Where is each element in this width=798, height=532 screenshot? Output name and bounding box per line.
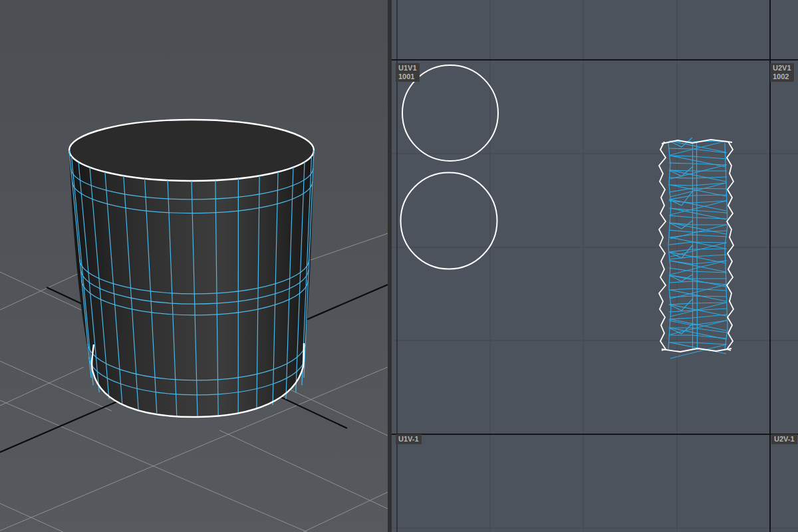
uv-shell-caps[interactable]	[401, 65, 499, 269]
tile-udim-label: 1001	[398, 72, 417, 81]
udim-tile-label-1002: U2V1 1002	[770, 63, 794, 82]
udim-tile-label-u2v-1: U2V-1	[771, 434, 797, 444]
uv-editor-canvas	[392, 0, 798, 532]
tile-udim-label: 1002	[773, 72, 791, 81]
uv-grid	[392, 0, 798, 532]
tile-coord-label: U2V1	[773, 64, 791, 72]
udim-tile-label-u1v-1: U1V-1	[396, 434, 422, 444]
tile-coord-label: U1V1	[398, 64, 417, 72]
perspective-viewport[interactable]	[0, 0, 388, 532]
application-window: U1V1 1001 U2V1 1002 U1V-1 U2V-1	[0, 0, 798, 532]
perspective-scene	[0, 0, 388, 532]
tile-coord-label: U1V-1	[398, 435, 419, 444]
cylinder-top-cap	[69, 120, 314, 181]
uv-shell-strip[interactable]	[659, 138, 733, 358]
uv-editor-viewport[interactable]: U1V1 1001 U2V1 1002 U1V-1 U2V-1	[392, 0, 798, 532]
uv-shell-circle-bottom	[401, 173, 497, 269]
tile-coord-label: U2V-1	[774, 435, 795, 444]
cylinder-mesh[interactable]	[69, 120, 314, 417]
udim-tile-label-1001: U1V1 1001	[396, 63, 420, 82]
